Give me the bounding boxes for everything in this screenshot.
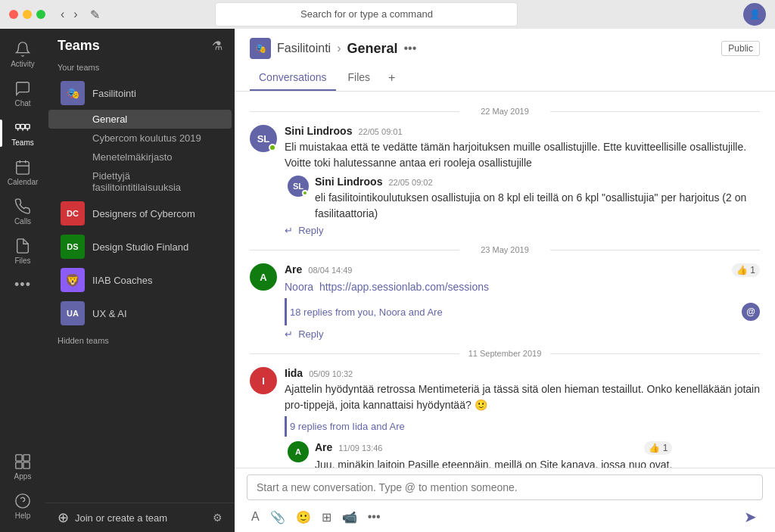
msg-content-sini1: Sini Lindroos 22/05 09:01 Eli muistakaa … [285, 125, 760, 236]
reaction-are1[interactable]: 👍 1 [732, 263, 760, 277]
sidebar-label-files: Files [14, 257, 30, 265]
msg-time-iida1: 05/09 10:32 [309, 369, 353, 378]
teams-title: Teams [58, 38, 100, 54]
sidebar-item-teams[interactable]: Teams [0, 114, 45, 153]
nested-header-sini2: Sini Lindroos 22/05 09:02 [315, 176, 760, 188]
sidebar-item-apps[interactable]: Apps [0, 447, 45, 487]
msg-author-iida1: Iida [285, 367, 303, 379]
sidebar-label-calls: Calls [14, 217, 31, 226]
svg-rect-3 [17, 162, 30, 175]
tab-add-button[interactable]: + [382, 65, 401, 91]
mention-noora: Noora [285, 281, 313, 293]
gif-button[interactable]: ⊞ [317, 507, 336, 527]
back-button[interactable]: ‹ [58, 6, 67, 23]
msg-author-sini1: Sini Lindroos [285, 125, 352, 137]
sidebar-label-chat: Chat [14, 99, 30, 107]
date-divider-sep11: 11 September 2019 [250, 349, 760, 358]
minimize-button[interactable] [23, 10, 32, 19]
chat-area: 🎭 Fasilitointi › General ••• Public Conv… [235, 29, 775, 532]
join-team-icon: ⊕ [58, 509, 69, 526]
msg-text-are1: Noora https://app.sessionlab.com/session… [285, 279, 760, 295]
attach-button[interactable]: 📎 [266, 507, 290, 527]
settings-button[interactable]: ⚙ [213, 512, 223, 524]
team-item-designers[interactable]: DC Designers of Cybercom ••• [48, 197, 232, 230]
chat-header: 🎭 Fasilitointi › General ••• Public Conv… [235, 29, 775, 92]
public-badge: Public [721, 41, 760, 56]
thread-replies-text-iida1: 9 replies from Iida and Are [290, 421, 405, 432]
sidebar-item-more[interactable]: ••• [0, 271, 45, 299]
thread-replies-text-are1: 18 replies from you, Noora and Are [290, 306, 443, 318]
date-divider-may22: 22 May 2019 [250, 107, 760, 116]
compose-button[interactable]: ✎ [90, 8, 100, 22]
reply-button-are1[interactable]: ↵ Reply [285, 328, 760, 340]
nested-text-are2: Juu, minäkin laitoin Pasille eteenpäin, … [315, 457, 672, 468]
avatar-sini2: SL [288, 176, 309, 197]
maximize-button[interactable] [36, 10, 45, 19]
nested-time-are2: 11/09 13:46 [338, 443, 382, 453]
filter-button[interactable]: ⚗ [212, 39, 223, 53]
forward-button[interactable]: › [70, 6, 80, 23]
channel-item-general[interactable]: General [48, 110, 232, 129]
message-input[interactable] [247, 474, 763, 500]
svg-rect-8 [23, 455, 30, 461]
nested-header-are2: Are 11/09 13:46 👍 1 [315, 441, 672, 455]
close-button[interactable] [9, 10, 18, 19]
thread-replies-are1[interactable]: 18 replies from you, Noora and Are @ [285, 298, 760, 325]
join-team-button[interactable]: ⊕ Join or create a team ⚙ [45, 502, 235, 532]
input-toolbar: A 📎 🙂 ⊞ 📹 ••• ➤ [247, 505, 763, 529]
msg-header-iida1: Iida 05/09 10:32 [285, 367, 760, 379]
main-layout: Activity Chat Teams Calendar Calls Files… [0, 29, 775, 532]
svg-point-11 [16, 494, 30, 508]
format-text-button[interactable]: A [247, 507, 264, 527]
sidebar-label-activity: Activity [11, 60, 35, 68]
team-item-fasilitointi[interactable]: 🎭 Fasilitointi ••• [48, 76, 232, 110]
svg-rect-10 [23, 462, 30, 468]
team-avatar-ux: UA [61, 301, 85, 325]
msg-text-sini1: Eli muistakaa että te vedätte tämän harj… [285, 139, 760, 171]
user-avatar[interactable]: 👤 [743, 3, 766, 26]
sidebar-item-calendar[interactable]: Calendar [0, 153, 45, 192]
nested-time-sini2: 22/05 09:02 [388, 178, 432, 187]
sidebar-item-files[interactable]: Files [0, 232, 45, 271]
channel-options-button[interactable]: ••• [404, 42, 417, 55]
traffic-lights [9, 10, 45, 19]
nested-reactions-are2: 👍 1 [644, 441, 672, 455]
tab-files[interactable]: Files [339, 65, 380, 91]
msg-text-iida1: Ajattelin hyödyntää retrossa Mentimeteri… [285, 381, 760, 413]
breadcrumb-channel: General [347, 41, 397, 57]
online-indicator [269, 144, 276, 151]
icon-sidebar: Activity Chat Teams Calendar Calls Files… [0, 29, 45, 532]
search-bar[interactable]: Search for or type a command [215, 2, 518, 26]
channel-item-menetelma[interactable]: Menetelmäkirjasto [48, 148, 232, 166]
send-button[interactable]: ➤ [738, 505, 763, 529]
sidebar-item-calls[interactable]: Calls [0, 192, 45, 232]
message-group-iida1: I Iida 05/09 10:32 Ajattelin hyödyntää r… [250, 367, 760, 468]
team-item-iiab[interactable]: 🦁 IIAB Coaches ••• [48, 263, 232, 297]
channel-item-pidettyja[interactable]: Pidettyjä fasilitointitilaisuuksia [48, 166, 232, 197]
channel-item-cybercom[interactable]: Cybercom koulutus 2019 [48, 129, 232, 148]
nested-msg-sini2: SL Sini Lindroos 22/05 09:02 eli fasilit… [285, 176, 760, 222]
sessionlab-link[interactable]: https://app.sessionlab.com/sessions [319, 281, 489, 293]
reaction-are2[interactable]: 👍 1 [644, 441, 672, 455]
more-actions-button[interactable]: ••• [363, 507, 385, 527]
messages-area[interactable]: 22 May 2019 SL Sini Lindroos 22/05 09:01… [235, 92, 775, 468]
avatar-are1: A [250, 263, 277, 291]
tab-conversations[interactable]: Conversations [250, 65, 336, 91]
sidebar-item-chat[interactable]: Chat [0, 74, 45, 114]
nested-author-sini2: Sini Lindroos [315, 176, 382, 188]
reply-button-sini1[interactable]: ↵ Reply [285, 225, 760, 236]
sidebar-item-activity[interactable]: Activity [0, 35, 45, 74]
msg-header-sini1: Sini Lindroos 22/05 09:01 [285, 125, 760, 137]
nested-msg-are2: A Are 11/09 13:46 👍 1 Juu, minäkin laito… [285, 441, 760, 468]
thread-replies-iida1[interactable]: 9 replies from Iida and Are [285, 416, 760, 437]
breadcrumb-team-avatar: 🎭 [250, 38, 271, 59]
video-button[interactable]: 📹 [338, 507, 362, 527]
emoji-button[interactable]: 🙂 [291, 507, 316, 527]
chat-tabs: Conversations Files + [250, 65, 760, 91]
msg-reactions-are1: 👍 1 [732, 263, 760, 277]
team-name-iiab: IIAB Coaches [92, 275, 201, 286]
titlebar: ‹ › ✎ Search for or type a command 👤 [0, 0, 775, 29]
team-item-ux[interactable]: UA UX & AI ••• [48, 297, 232, 330]
sidebar-item-help[interactable]: Help [0, 487, 45, 526]
team-item-design-studio[interactable]: DS Design Studio Finland ••• [48, 230, 232, 263]
